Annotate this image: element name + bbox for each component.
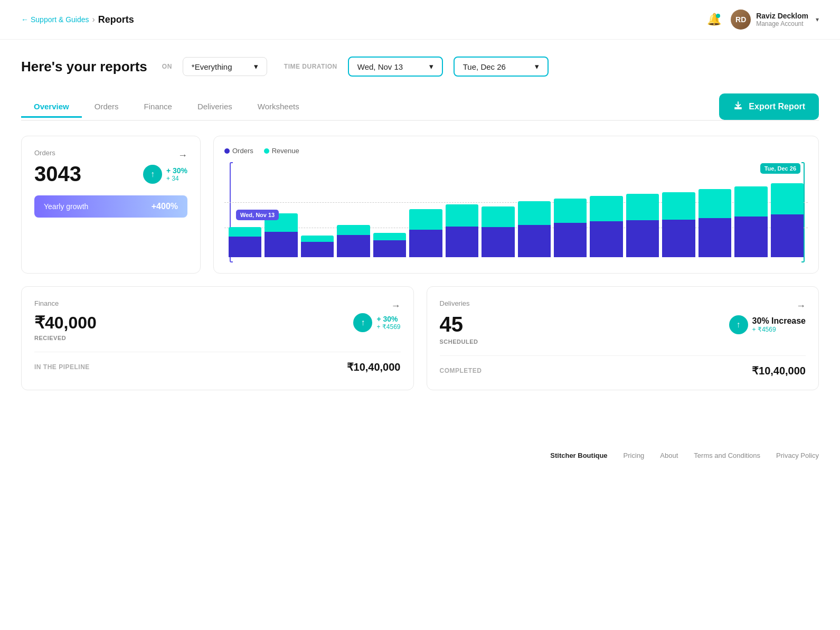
deliveries-arrow-icon[interactable]: → xyxy=(796,300,806,312)
deliveries-completed-row: COMPLETED ₹10,40,000 xyxy=(440,355,806,377)
bar-orders xyxy=(518,225,551,257)
bars-wrapper xyxy=(224,162,808,257)
date-to-text: Tue, Dec 26 xyxy=(463,62,530,71)
finance-arrow-icon[interactable]: → xyxy=(391,300,401,312)
export-report-button[interactable]: Export Report xyxy=(719,93,819,120)
reports-header: Here's your reports ON *Everything ▾ TIM… xyxy=(21,57,819,77)
deliveries-label: Deliveries xyxy=(440,299,470,307)
avatar: RD xyxy=(731,10,751,30)
bar-revenue xyxy=(554,199,587,223)
bar-revenue xyxy=(301,236,334,242)
date-to-dropdown[interactable]: Tue, Dec 26 ▾ xyxy=(454,57,549,77)
deliveries-up-icon: ↑ xyxy=(729,315,748,334)
finance-pipeline-row: IN THE PIPELINE ₹10,40,000 xyxy=(34,352,401,373)
legend-orders-dot xyxy=(224,148,230,154)
footer-pricing[interactable]: Pricing xyxy=(624,452,645,459)
bar-orders xyxy=(662,220,695,257)
svg-rect-2 xyxy=(734,108,742,109)
bar-orders xyxy=(373,240,406,257)
header-left: ← Support & Guides › Reports xyxy=(21,14,134,25)
date-from-chevron-icon: ▾ xyxy=(429,62,433,71)
user-menu[interactable]: RD Raviz Decklom Manage Account ▾ xyxy=(731,10,819,30)
orders-pct: + 30% xyxy=(166,166,187,175)
finance-badge: ↑ + 30% + ₹4569 xyxy=(353,313,400,332)
date-from-dropdown[interactable]: Wed, Nov 13 ▾ xyxy=(348,57,443,77)
orders-number: 3043 xyxy=(34,162,81,186)
bar-revenue xyxy=(446,204,478,227)
footer-terms[interactable]: Terms and Conditions xyxy=(694,452,760,459)
bar-orders xyxy=(626,220,659,257)
yearly-growth-label: Yearly growth xyxy=(44,202,88,211)
back-link[interactable]: ← Support & Guides xyxy=(21,15,89,24)
chart-area: Orders Revenue Wed, Nov 13 Tue, xyxy=(213,136,819,274)
footer-privacy[interactable]: Privacy Policy xyxy=(776,452,819,459)
footer-brand: Stitcher Boutique xyxy=(550,452,607,459)
svg-rect-1 xyxy=(738,101,739,106)
footer-about[interactable]: About xyxy=(660,452,678,459)
time-duration-label: TIME DURATION xyxy=(284,63,337,70)
orders-arrow-icon[interactable]: → xyxy=(178,150,187,161)
everything-chevron-icon: ▾ xyxy=(254,62,258,71)
chart-label-start: Wed, Nov 13 xyxy=(236,210,279,220)
finance-received-label: RECIEVED xyxy=(34,335,401,341)
date-to-chevron-icon: ▾ xyxy=(535,62,539,71)
user-name: Raviz Decklom xyxy=(756,12,808,20)
bar-revenue xyxy=(482,206,514,227)
bar-group xyxy=(699,189,731,257)
legend-revenue: Revenue xyxy=(264,147,299,155)
reports-title: Here's your reports xyxy=(21,59,147,75)
bottom-cards: Finance → ₹40,000 ↑ + 30% + ₹4569 RECIEV… xyxy=(21,286,819,390)
tab-orders[interactable]: Orders xyxy=(82,97,131,118)
bar-revenue xyxy=(337,225,370,235)
bar-group xyxy=(409,209,442,257)
bar-group xyxy=(554,199,587,257)
orders-main-row: 3043 ↑ + 30% + 34 xyxy=(34,162,187,186)
finance-amount: ₹40,000 xyxy=(34,313,97,333)
header: ← Support & Guides › Reports 🔔 RD Raviz … xyxy=(0,0,840,40)
orders-card: Orders → 3043 ↑ + 30% + 34 Yearly growth… xyxy=(21,136,201,274)
bar-group xyxy=(446,204,478,257)
bar-orders xyxy=(409,230,442,257)
deliveries-card: Deliveries → 45 ↑ 30% Increase + ₹4569 S… xyxy=(427,286,819,390)
tab-worksheets[interactable]: Worksheets xyxy=(245,97,312,118)
deliveries-scheduled-label: SCHEDULED xyxy=(440,338,806,345)
deliveries-increase-sub: + ₹4569 xyxy=(752,326,806,333)
date-from-text: Wed, Nov 13 xyxy=(357,62,424,71)
bar-orders xyxy=(734,217,767,257)
bar-group xyxy=(337,225,370,257)
bar-revenue xyxy=(734,186,767,217)
user-sub: Manage Account xyxy=(756,20,808,27)
legend-orders-label: Orders xyxy=(232,147,253,155)
bar-orders xyxy=(265,232,297,257)
chart-container: Wed, Nov 13 Tue, Dec 26 xyxy=(224,162,808,262)
deliveries-badge: ↑ 30% Increase + ₹4569 xyxy=(729,315,806,334)
footer: Stitcher Boutique Pricing About Terms an… xyxy=(0,439,840,472)
tab-finance[interactable]: Finance xyxy=(131,97,185,118)
bar-revenue xyxy=(229,227,261,237)
orders-pct-sub: + 34 xyxy=(166,175,187,182)
bar-group xyxy=(229,227,261,257)
orders-up-icon: ↑ xyxy=(143,165,162,184)
deliveries-number: 45 xyxy=(440,313,464,336)
user-menu-chevron-icon: ▾ xyxy=(816,16,819,23)
bar-orders xyxy=(482,227,514,257)
tab-deliveries[interactable]: Deliveries xyxy=(185,97,245,118)
svg-rect-0 xyxy=(734,107,742,108)
bar-orders xyxy=(301,242,334,257)
everything-dropdown[interactable]: *Everything ▾ xyxy=(183,57,267,76)
bar-revenue xyxy=(409,209,442,230)
legend-revenue-label: Revenue xyxy=(272,147,299,155)
bar-orders xyxy=(229,237,261,257)
cards-row: Orders → 3043 ↑ + 30% + 34 Yearly growth… xyxy=(21,136,819,274)
notification-button[interactable]: 🔔 xyxy=(707,13,721,26)
tab-overview[interactable]: Overview xyxy=(21,97,82,118)
chart-label-end: Tue, Dec 26 xyxy=(760,163,800,174)
on-label: ON xyxy=(162,63,172,70)
finance-up-icon: ↑ xyxy=(353,313,372,332)
deliveries-completed-value: ₹10,40,000 xyxy=(752,364,806,377)
everything-text: *Everything xyxy=(192,62,249,71)
back-arrow-icon: ← xyxy=(21,15,29,24)
finance-pipeline-label: IN THE PIPELINE xyxy=(34,363,90,371)
bar-orders xyxy=(590,221,622,257)
page-title: Reports xyxy=(98,14,134,25)
